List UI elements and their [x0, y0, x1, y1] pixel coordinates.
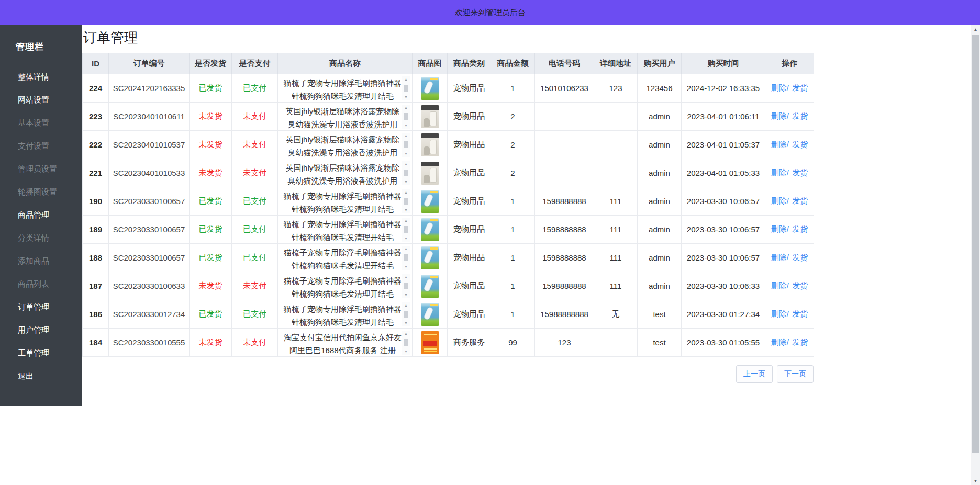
- scroll-thumb[interactable]: [404, 254, 408, 261]
- scroll-thumb[interactable]: [404, 339, 408, 346]
- scroll-up-icon[interactable]: ▲: [404, 332, 408, 336]
- product-name-box[interactable]: 猫梳子宠物专用除浮毛刷撸猫神器针梳狗狗猫咪毛发清理开结毛▲▼: [279, 245, 411, 271]
- sidebar-item-5[interactable]: 轮播图设置: [0, 181, 82, 204]
- scroll-down-icon[interactable]: ▼: [404, 349, 408, 354]
- taobao-product-image[interactable]: [421, 331, 439, 354]
- shampoo-product-image[interactable]: [421, 133, 439, 156]
- delete-link[interactable]: 删除: [771, 168, 787, 177]
- sidebar-item-12[interactable]: 工单管理: [0, 342, 82, 365]
- name-scrollbar[interactable]: ▲▼: [402, 302, 410, 326]
- delete-link[interactable]: 删除: [771, 281, 787, 290]
- delete-link[interactable]: 删除: [771, 309, 787, 318]
- delete-link[interactable]: 删除: [771, 111, 787, 120]
- delete-link[interactable]: 删除: [771, 140, 787, 149]
- scroll-down-icon[interactable]: ▼: [404, 236, 408, 241]
- name-scrollbar[interactable]: ▲▼: [402, 76, 410, 100]
- scroll-down-icon[interactable]: ▼: [404, 208, 408, 212]
- product-name-box[interactable]: 猫梳子宠物专用除浮毛刷撸猫神器针梳狗狗猫咪毛发清理开结毛▲▼: [279, 75, 411, 101]
- ship-link[interactable]: 发货: [790, 168, 808, 177]
- sidebar-item-13[interactable]: 退出: [0, 365, 82, 388]
- ship-link[interactable]: 发货: [790, 281, 808, 290]
- scroll-thumb[interactable]: [404, 198, 408, 205]
- name-scrollbar[interactable]: ▲▼: [402, 274, 410, 298]
- sidebar-item-6[interactable]: 商品管理: [0, 204, 82, 227]
- window-scrollbar[interactable]: ▲ ▼: [971, 25, 980, 485]
- product-name-box[interactable]: 英国jhly银渐层猫咪沐浴露宠物除臭幼猫洗澡专用浴液香波洗护用▲▼: [279, 104, 411, 130]
- product-name-box[interactable]: 猫梳子宠物专用除浮毛刷撸猫神器针梳狗狗猫咪毛发清理开结毛▲▼: [279, 188, 411, 215]
- sidebar-item-9[interactable]: 商品列表: [0, 273, 82, 296]
- scroll-up-icon[interactable]: ▲: [404, 219, 408, 223]
- product-name-box[interactable]: 猫梳子宠物专用除浮毛刷撸猫神器针梳狗狗猫咪毛发清理开结毛▲▼: [279, 301, 411, 328]
- product-name-box[interactable]: 猫梳子宠物专用除浮毛刷撸猫神器针梳狗狗猫咪毛发清理开结毛▲▼: [279, 273, 411, 299]
- sidebar-item-7[interactable]: 分类详情: [0, 227, 82, 250]
- scroll-down-icon[interactable]: ▼: [404, 293, 408, 297]
- scroll-thumb[interactable]: [404, 85, 408, 92]
- scroll-thumb[interactable]: [404, 311, 408, 318]
- sidebar-item-4[interactable]: 管理员设置: [0, 157, 82, 181]
- shampoo-product-image[interactable]: [421, 105, 439, 128]
- scroll-thumb[interactable]: [404, 113, 408, 120]
- delete-link[interactable]: 删除: [771, 196, 787, 205]
- ship-link[interactable]: 发货: [790, 309, 808, 318]
- comb-product-image[interactable]: [421, 275, 439, 298]
- scrollbar-down-icon[interactable]: ▼: [971, 477, 980, 485]
- comb-product-image[interactable]: [421, 246, 439, 269]
- name-scrollbar[interactable]: ▲▼: [402, 246, 410, 270]
- name-scrollbar[interactable]: ▲▼: [402, 161, 410, 185]
- name-scrollbar[interactable]: ▲▼: [402, 331, 410, 355]
- scroll-up-icon[interactable]: ▲: [404, 190, 408, 195]
- scroll-up-icon[interactable]: ▲: [404, 106, 408, 110]
- ship-link[interactable]: 发货: [790, 111, 808, 120]
- scrollbar-thumb[interactable]: [972, 35, 979, 453]
- scroll-down-icon[interactable]: ▼: [404, 321, 408, 325]
- delete-link[interactable]: 删除: [771, 83, 787, 92]
- sidebar-item-10[interactable]: 订单管理: [0, 296, 82, 319]
- name-scrollbar[interactable]: ▲▼: [402, 105, 410, 129]
- scroll-up-icon[interactable]: ▲: [404, 303, 408, 308]
- product-name-box[interactable]: 猫梳子宠物专用除浮毛刷撸猫神器针梳狗狗猫咪毛发清理开结毛▲▼: [279, 217, 411, 243]
- comb-product-image[interactable]: [421, 77, 439, 100]
- product-name-box[interactable]: 英国jhly银渐层猫咪沐浴露宠物除臭幼猫洗澡专用浴液香波洗护用▲▼: [279, 132, 411, 158]
- scroll-down-icon[interactable]: ▼: [404, 152, 408, 156]
- scroll-down-icon[interactable]: ▼: [404, 265, 408, 269]
- scroll-up-icon[interactable]: ▲: [404, 162, 408, 166]
- name-scrollbar[interactable]: ▲▼: [402, 133, 410, 157]
- scroll-down-icon[interactable]: ▼: [404, 95, 408, 99]
- sidebar-item-11[interactable]: 用户管理: [0, 319, 82, 342]
- scroll-thumb[interactable]: [404, 283, 408, 289]
- comb-product-image[interactable]: [421, 303, 439, 326]
- delete-link[interactable]: 删除: [771, 224, 787, 233]
- sidebar-item-8[interactable]: 添加商品: [0, 250, 82, 273]
- ship-link[interactable]: 发货: [790, 140, 808, 149]
- product-name-box[interactable]: 淘宝支付宝信用代拍闲鱼京东好友阿里巴巴1688代商务服务 注册▲▼: [279, 330, 411, 356]
- shampoo-product-image[interactable]: [421, 162, 439, 185]
- product-name-box[interactable]: 英国jhly银渐层猫咪沐浴露宠物除臭幼猫洗澡专用浴液香波洗护用▲▼: [279, 160, 411, 186]
- sidebar-item-0[interactable]: 整体详情: [0, 65, 82, 88]
- delete-link[interactable]: 删除: [771, 337, 787, 346]
- scroll-thumb[interactable]: [404, 141, 408, 148]
- next-page-button[interactable]: 下一页: [777, 365, 814, 383]
- name-scrollbar[interactable]: ▲▼: [402, 218, 410, 242]
- comb-product-image[interactable]: [421, 190, 439, 213]
- scroll-up-icon[interactable]: ▲: [404, 134, 408, 138]
- scroll-up-icon[interactable]: ▲: [404, 77, 408, 82]
- comb-product-image[interactable]: [421, 218, 439, 241]
- scrollbar-up-icon[interactable]: ▲: [971, 25, 980, 33]
- ship-link[interactable]: 发货: [790, 337, 808, 346]
- scroll-down-icon[interactable]: ▼: [404, 180, 408, 184]
- sidebar-item-3[interactable]: 支付设置: [0, 134, 82, 157]
- sidebar-item-1[interactable]: 网站设置: [0, 88, 82, 111]
- scroll-up-icon[interactable]: ▲: [404, 275, 408, 279]
- ship-link[interactable]: 发货: [790, 196, 808, 205]
- ship-link[interactable]: 发货: [790, 224, 808, 233]
- prev-page-button[interactable]: 上一页: [736, 365, 773, 383]
- ship-link[interactable]: 发货: [790, 83, 808, 92]
- delete-link[interactable]: 删除: [771, 253, 787, 262]
- scroll-down-icon[interactable]: ▼: [404, 123, 408, 128]
- name-scrollbar[interactable]: ▲▼: [402, 189, 410, 213]
- scroll-thumb[interactable]: [404, 170, 408, 176]
- scroll-up-icon[interactable]: ▲: [404, 247, 408, 251]
- scroll-thumb[interactable]: [404, 226, 408, 233]
- sidebar-item-2[interactable]: 基本设置: [0, 111, 82, 134]
- ship-link[interactable]: 发货: [790, 253, 808, 262]
